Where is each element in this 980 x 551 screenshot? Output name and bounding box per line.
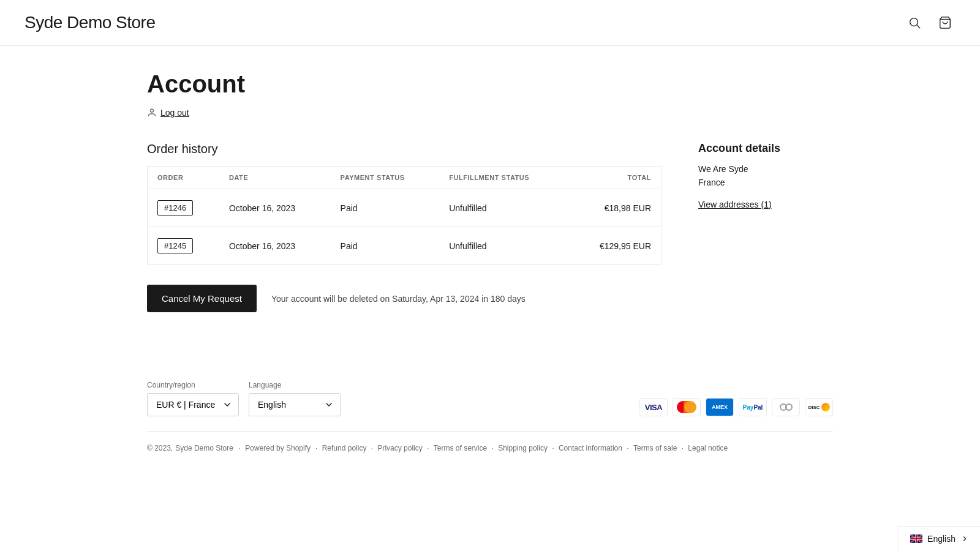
order-date-cell: October 16, 2023 [219,189,331,227]
cart-button[interactable] [935,12,956,33]
action-row: Cancel My Request Your account will be d… [147,285,662,312]
col-payment-status: PAYMENT STATUS [331,167,440,189]
order-total-cell: €129,95 EUR [568,227,661,265]
order-table: ORDER DATE PAYMENT STATUS FULFILLMENT ST… [147,166,662,265]
svg-point-3 [150,109,153,112]
store-name: Syde Demo Store [24,13,156,32]
footer-bottom: © 2023, Syde Demo Store · Powered by Sho… [147,431,833,452]
col-order: ORDER [148,167,219,189]
logout-button[interactable]: Log out [147,108,189,118]
footer-link[interactable]: Refund policy [322,444,367,452]
discover-icon: DISC [805,398,833,416]
amex-icon: AMEX [706,398,734,416]
mastercard-icon [673,398,701,416]
footer-inner: Country/region EUR € | France Language E… [123,361,858,477]
order-number-badge[interactable]: #1246 [157,200,193,216]
account-name: We Are Syde France [698,162,833,190]
site-footer: Country/region EUR € | France Language E… [0,361,980,477]
order-history-title: Order history [147,142,662,156]
table-row[interactable]: #1245 October 16, 2023 Paid Unfulfilled … [148,227,662,265]
user-icon [147,108,157,118]
order-number-cell: #1245 [148,227,219,265]
cancel-request-button[interactable]: Cancel My Request [147,285,257,312]
logout-label: Log out [160,108,189,118]
deletion-notice: Your account will be deleted on Saturday… [271,294,526,304]
search-button[interactable] [904,12,925,33]
svg-line-1 [917,25,920,28]
footer-links: · Refund policy · Privacy policy · Terms… [313,444,728,452]
order-number-badge[interactable]: #1245 [157,238,193,253]
paypal-icon: PayPal [739,398,767,416]
order-fulfillment-status-cell: Unfulfilled [439,189,568,227]
copyright-text: © 2023, [147,444,173,452]
header-icons [904,12,956,33]
powered-by: Powered by Shopify [245,444,311,452]
language-label: Language [249,381,341,389]
footer-store-name[interactable]: Syde Demo Store [175,444,233,452]
language-selector-group: Language English [249,381,341,416]
svg-point-0 [910,18,918,26]
footer-selectors: Country/region EUR € | France Language E… [147,381,341,416]
order-total-cell: €18,98 EUR [568,189,661,227]
footer-link[interactable]: Shipping policy [498,444,548,452]
col-date: DATE [219,167,331,189]
footer-link[interactable]: Legal notice [688,444,728,452]
footer-link[interactable]: Terms of service [434,444,487,452]
country-selector-group: Country/region EUR € | France [147,381,239,416]
col-total: TOTAL [568,167,661,189]
search-icon [908,16,921,29]
footer-link[interactable]: Privacy policy [377,444,422,452]
footer-link[interactable]: Contact information [559,444,622,452]
site-header: Syde Demo Store [0,0,980,46]
right-section: Account details We Are Syde France View … [698,142,833,312]
table-row[interactable]: #1246 October 16, 2023 Paid Unfulfilled … [148,189,662,227]
left-section: Order history ORDER DATE PAYMENT STATUS … [147,142,662,312]
country-label: Country/region [147,381,239,389]
footer-link[interactable]: Terms of sale [633,444,677,452]
account-details-title: Account details [698,142,833,155]
visa-icon: VISA [639,398,668,416]
language-select[interactable]: English [249,393,341,416]
order-payment-status-cell: Paid [331,189,440,227]
page-title: Account [147,70,833,98]
main-content: Account Log out Order history ORDER DATE… [123,46,858,312]
cart-icon [938,16,952,29]
view-addresses-button[interactable]: View addresses (1) [698,200,772,209]
order-date-cell: October 16, 2023 [219,227,331,265]
col-fulfillment-status: FULFILLMENT STATUS [439,167,568,189]
payment-icons: VISA AMEX PayPal [639,398,833,416]
order-number-cell: #1246 [148,189,219,227]
content-layout: Order history ORDER DATE PAYMENT STATUS … [147,142,833,312]
country-select[interactable]: EUR € | France [147,393,239,416]
order-fulfillment-status-cell: Unfulfilled [439,227,568,265]
order-payment-status-cell: Paid [331,227,440,265]
diners-icon [772,398,800,416]
footer-top: Country/region EUR € | France Language E… [147,381,833,416]
